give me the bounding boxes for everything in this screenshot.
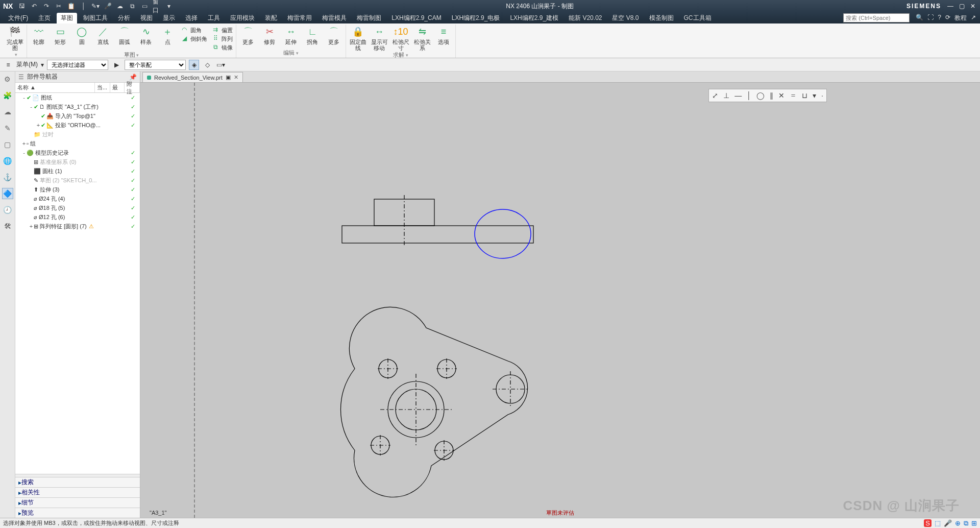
relaxdim-button[interactable]: ↕10松弛尺寸: [392, 26, 409, 51]
sb-snap1-icon[interactable]: ⬚: [935, 519, 941, 527]
sb-ime-icon[interactable]: S: [924, 519, 932, 527]
panel-section[interactable]: 搜索: [15, 477, 140, 487]
chamfer-button[interactable]: ◢倒斜角: [180, 34, 207, 42]
sb-snap2-icon[interactable]: 🎤: [944, 519, 952, 527]
ext-icon[interactable]: ↗: [971, 14, 976, 22]
refresh-icon[interactable]: ⟳: [945, 14, 950, 22]
profile-button[interactable]: 〰轮廓: [30, 26, 47, 45]
showmove-button[interactable]: ↔显示可移动: [371, 26, 388, 51]
rail-sketch-icon[interactable]: ✎: [2, 123, 13, 134]
filter-combo[interactable]: 无选择过滤器: [47, 60, 108, 70]
restore-icon[interactable]: ▢: [958, 2, 966, 10]
rect-button[interactable]: ▭矩形: [52, 26, 69, 45]
menu-7[interactable]: 选择: [181, 13, 202, 23]
menu-20[interactable]: GC工具箱: [680, 13, 716, 23]
more2-button[interactable]: ⌒更多: [325, 26, 342, 45]
menu-18[interactable]: 星空 V8.0: [608, 13, 643, 23]
window-menu[interactable]: 窗口: [153, 2, 161, 10]
fullscreen-icon[interactable]: ⛶: [927, 14, 934, 22]
pen-icon[interactable]: ✎▾: [91, 2, 100, 10]
cut-icon[interactable]: ✂: [55, 2, 63, 10]
relaxrel-button[interactable]: ⇋松弛关系: [413, 26, 431, 51]
tree-row[interactable]: ✔📥导入的 "Top@1"✓: [15, 111, 140, 121]
tutorial-link[interactable]: 教程: [954, 14, 967, 22]
rail-anchor-icon[interactable]: ⚓: [2, 172, 13, 183]
menu-16[interactable]: LXH编程2.9_建模: [506, 13, 562, 23]
menu-hamburger-icon[interactable]: ≡: [3, 60, 13, 70]
navigator-tree[interactable]: -✔📄图纸✓-✔🗋图纸页 "A3_1" (工作)✓ ✔📥导入的 "Top@1"✓…: [15, 93, 140, 474]
sel2-icon[interactable]: ◇: [202, 60, 212, 70]
menu-17[interactable]: 能新 V20.02: [565, 13, 606, 23]
pattern-button[interactable]: ⠿阵列: [211, 34, 233, 42]
tree-row[interactable]: +⊞阵列特征 [圆形] (7)⚠✓: [15, 222, 140, 231]
menu-10[interactable]: 装配: [261, 13, 281, 23]
circle-button[interactable]: ◯圆: [73, 26, 90, 45]
tree-row[interactable]: 📁过时: [15, 130, 140, 139]
close-icon[interactable]: ✕: [969, 2, 977, 10]
undo-icon[interactable]: ↶: [30, 2, 38, 10]
help-icon[interactable]: ?: [938, 14, 941, 22]
extend-button[interactable]: ↔延伸: [282, 26, 300, 45]
tree-row[interactable]: ⬆拉伸 (3)✓: [15, 185, 140, 194]
menu-2[interactable]: 草图: [57, 13, 77, 23]
copy-icon[interactable]: ⧉: [128, 2, 136, 10]
finish-sketch-button[interactable]: 🏁完成草图: [6, 26, 23, 51]
tree-row[interactable]: -✔🗋图纸页 "A3_1" (工作)✓: [15, 102, 140, 111]
cloud-icon[interactable]: ☁: [116, 2, 124, 10]
paste-icon[interactable]: 📋: [67, 2, 75, 10]
line-button[interactable]: ／直线: [94, 26, 112, 45]
menu-13[interactable]: 梅雷制图: [353, 13, 385, 23]
tree-row[interactable]: ⊞基准坐标系 (0)✓: [15, 157, 140, 166]
window-icon[interactable]: ▭: [140, 2, 149, 10]
tree-row[interactable]: +▫组: [15, 139, 140, 148]
save-icon[interactable]: 🖫: [18, 2, 26, 10]
corner-button[interactable]: ∟拐角: [304, 26, 321, 45]
panel-section[interactable]: 预览: [15, 508, 140, 518]
redo-icon[interactable]: ↷: [42, 2, 51, 10]
fillet-button[interactable]: ◠圆角: [180, 26, 207, 34]
canvas[interactable]: ⤢ ⊥ — │ ◯ ∥ ✕ ＝ ⊔ ▾ ·: [140, 83, 980, 518]
sel1-icon[interactable]: ◈: [189, 60, 199, 70]
dd-icon[interactable]: ▾: [165, 2, 173, 10]
scope-combo[interactable]: 整个装配: [125, 60, 186, 70]
tree-row[interactable]: ⬛圆柱 (1)✓: [15, 166, 140, 176]
more1-button[interactable]: ⌒更多: [239, 26, 257, 45]
tree-row[interactable]: +✔📐投影 "ORTHO@...✓: [15, 121, 140, 130]
menu-8[interactable]: 工具: [204, 13, 224, 23]
menu-1[interactable]: 主页: [34, 13, 55, 23]
menu-9[interactable]: 应用模块: [226, 13, 259, 23]
mic-icon[interactable]: 🎤: [104, 2, 112, 10]
menu-4[interactable]: 分析: [114, 13, 134, 23]
menu-12[interactable]: 梅雷模具: [318, 13, 351, 23]
sb-snap5-icon[interactable]: ⊞: [971, 519, 977, 527]
tree-row[interactable]: ⌀Ø24 孔 (4)✓: [15, 194, 140, 203]
offset-button[interactable]: ⇉偏置: [211, 26, 233, 34]
point-button[interactable]: ＋点: [159, 26, 176, 45]
trim-button[interactable]: ✂修剪: [261, 26, 278, 45]
menu-11[interactable]: 梅雷常用: [283, 13, 316, 23]
menu-6[interactable]: 显示: [159, 13, 179, 23]
rail-assembly-icon[interactable]: 🧩: [2, 90, 13, 101]
arc-button[interactable]: ⌒圆弧: [116, 26, 133, 45]
search-input[interactable]: [843, 13, 910, 22]
menu-15[interactable]: LXH编程2.9_电极: [448, 13, 504, 23]
tree-row[interactable]: ✎草图 (2) "SKETCH_0...✓: [15, 176, 140, 185]
tab-close-icon[interactable]: ✕: [234, 74, 238, 81]
rail-cloud-icon[interactable]: ☁: [2, 106, 13, 117]
rail-part-nav-icon[interactable]: 🔷: [2, 188, 13, 199]
rail-globe-icon[interactable]: 🌐: [2, 155, 13, 166]
menu-14[interactable]: LXH编程2.9_CAM: [387, 13, 445, 23]
spline-button[interactable]: ∿样条: [137, 26, 155, 45]
rail-tools-icon[interactable]: 🛠: [2, 221, 13, 232]
rail-settings-icon[interactable]: ⚙: [2, 74, 13, 85]
sel3-icon[interactable]: ▭▾: [215, 60, 226, 70]
menu-0[interactable]: 文件(F): [4, 13, 32, 23]
rail-box-icon[interactable]: ▢: [2, 139, 13, 150]
menu-button[interactable]: 菜单(M): [16, 60, 38, 69]
tree-row[interactable]: ⌀Ø18 孔 (5)✓: [15, 203, 140, 212]
minimize-icon[interactable]: ―: [946, 2, 954, 10]
filter-icon[interactable]: ▶: [111, 60, 121, 70]
tree-row[interactable]: ⌀Ø12 孔 (6)✓: [15, 212, 140, 222]
doc-tab[interactable]: Revolved_Section_View.prt ▣ ✕: [142, 72, 243, 82]
tree-row[interactable]: -🟢模型历史记录✓: [15, 148, 140, 157]
